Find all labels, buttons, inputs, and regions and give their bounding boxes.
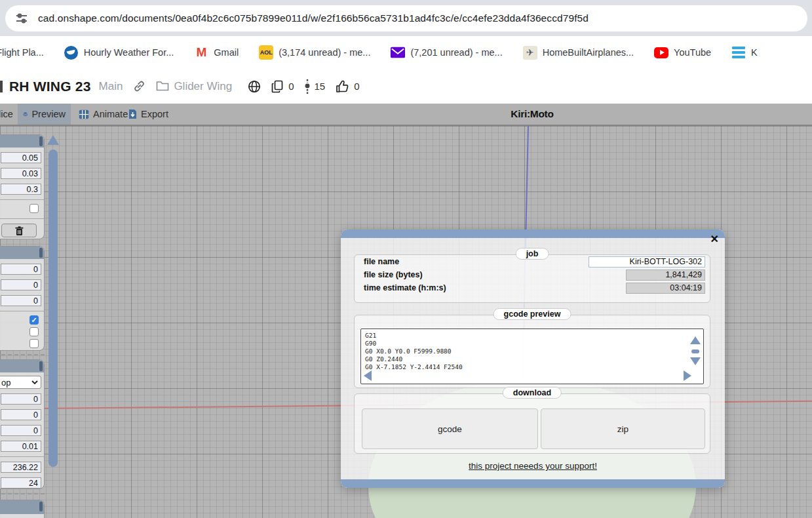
panel-1-header[interactable] bbox=[0, 135, 44, 148]
bookmark-homebuiltairplanes[interactable]: ✈ HomeBuiltAirplanes... bbox=[523, 45, 634, 60]
scroll-up-icon[interactable] bbox=[690, 336, 701, 344]
kiri-bars-icon bbox=[731, 45, 746, 60]
job-legend: job bbox=[516, 248, 549, 260]
screen: cad.onshape.com/documents/0ea0f4b2c6c075… bbox=[0, 0, 812, 518]
param-field[interactable] bbox=[1, 462, 41, 473]
settings-panel-3: op bbox=[0, 359, 45, 489]
param-field[interactable] bbox=[1, 441, 41, 452]
panel-3-header[interactable] bbox=[0, 360, 44, 372]
checkbox-unchecked[interactable] bbox=[29, 339, 39, 348]
purple-mail-icon bbox=[391, 45, 405, 60]
airplane-icon: ✈ bbox=[523, 45, 537, 60]
layer-slider-up-arrow[interactable] bbox=[47, 135, 59, 145]
scroll-thumb[interactable] bbox=[691, 349, 699, 353]
param-field[interactable] bbox=[1, 152, 41, 163]
param-field[interactable] bbox=[1, 264, 41, 275]
bookmark-youtube[interactable]: YouTube bbox=[654, 45, 711, 60]
project-name[interactable]: Glider Wing bbox=[174, 80, 232, 93]
divider bbox=[0, 218, 44, 219]
close-icon[interactable]: ✕ bbox=[710, 234, 719, 245]
history-count: 15 bbox=[315, 81, 326, 92]
youtube-icon bbox=[654, 45, 668, 60]
trash-icon bbox=[15, 226, 24, 236]
panel-2-header[interactable] bbox=[0, 247, 44, 259]
download-gcode-button[interactable]: gcode bbox=[362, 408, 538, 449]
settings-panel-1 bbox=[0, 134, 45, 239]
param-field[interactable] bbox=[1, 279, 41, 290]
divider bbox=[0, 199, 44, 200]
download-legend: download bbox=[503, 387, 562, 399]
param-field[interactable] bbox=[1, 168, 41, 179]
download-zip-button[interactable]: zip bbox=[541, 408, 705, 449]
checkbox-checked[interactable]: ✓ bbox=[29, 315, 39, 325]
bookmark-hourly-weather[interactable]: Hourly Weather For... bbox=[64, 45, 174, 60]
bookmark-yahoo-mail[interactable]: (7,201 unread) - me... bbox=[391, 45, 502, 60]
mode-tab-bar: lice Preview Animate Export Kiri:Moto bbox=[0, 104, 812, 126]
copies-icon[interactable] bbox=[271, 80, 284, 93]
tab-export[interactable]: Export bbox=[123, 104, 174, 125]
dropdown-select[interactable]: op bbox=[0, 376, 41, 389]
export-dialog: ✕ job file name file size (bytes) 1,841,… bbox=[341, 229, 725, 488]
settings-panel-4 bbox=[0, 500, 45, 518]
job-row-filesize: file size (bytes) 1,841,429 bbox=[355, 268, 710, 281]
share-link-icon[interactable] bbox=[133, 80, 145, 92]
divider bbox=[0, 311, 44, 311]
bookmark-kirimoto[interactable]: K bbox=[731, 45, 758, 60]
checkbox-unchecked[interactable] bbox=[29, 327, 39, 336]
address-bar[interactable]: cad.onshape.com/documents/0ea0f4b2c6c075… bbox=[5, 5, 807, 31]
globe-icon[interactable] bbox=[248, 80, 261, 93]
dialog-top-bar bbox=[341, 229, 725, 238]
document-title: RH WING 23 bbox=[9, 79, 91, 94]
settings-panel-2: ✓ bbox=[0, 246, 45, 351]
aol-icon: AOL bbox=[259, 45, 273, 60]
folder-icon[interactable] bbox=[156, 81, 169, 92]
gcode-legend: gcode preview bbox=[493, 308, 571, 320]
layer-slider-bar[interactable] bbox=[48, 149, 58, 467]
job-row-time: time estimate (h:m:s) 03:04:19 bbox=[355, 281, 710, 294]
site-permissions-icon[interactable] bbox=[14, 11, 29, 26]
time-estimate-value: 03:04:19 bbox=[626, 283, 705, 294]
gmail-icon: M bbox=[194, 45, 208, 60]
file-size-value: 1,841,429 bbox=[626, 269, 705, 281]
param-field[interactable] bbox=[1, 409, 41, 420]
panel-resize-ticks[interactable] bbox=[1, 493, 45, 494]
job-section: job file name file size (bytes) 1,841,42… bbox=[354, 254, 710, 303]
thumbs-up-icon[interactable] bbox=[336, 80, 349, 93]
gcode-preview-text[interactable]: G21 G90 G0 X0.0 Y0.0 F5999.9880 G0 Z0.24… bbox=[360, 329, 704, 384]
file-name-input[interactable] bbox=[589, 256, 705, 268]
param-field[interactable] bbox=[1, 477, 41, 488]
bookmarks-bar: ctor: Flight Pla... Hourly Weather For..… bbox=[0, 36, 812, 69]
tab-slice[interactable]: lice bbox=[0, 104, 18, 125]
param-field[interactable] bbox=[1, 295, 41, 306]
chevron-down-icon bbox=[31, 380, 38, 384]
dialog-bottom-bar bbox=[341, 479, 725, 488]
panel-resize-ticks[interactable] bbox=[1, 354, 45, 355]
tab-preview[interactable]: Preview bbox=[18, 104, 71, 125]
divider bbox=[0, 456, 44, 457]
browser-top-bar: cad.onshape.com/documents/0ea0f4b2c6c075… bbox=[0, 0, 812, 36]
trash-button[interactable] bbox=[1, 224, 37, 237]
history-icon[interactable] bbox=[305, 79, 310, 94]
bookmark-gmail[interactable]: M Gmail bbox=[194, 45, 239, 60]
likes-count: 0 bbox=[354, 81, 359, 92]
film-icon bbox=[79, 110, 89, 119]
document-header: RH WING 23 Main Glider Wing 0 15 0 bbox=[0, 69, 812, 104]
layers-icon bbox=[23, 109, 28, 119]
bookmark-flight-planner[interactable]: ctor: Flight Pla... bbox=[0, 47, 44, 58]
param-field[interactable] bbox=[1, 393, 41, 405]
checkbox-unchecked[interactable] bbox=[29, 204, 39, 213]
scroll-down-icon[interactable] bbox=[690, 357, 701, 365]
scroll-left-icon[interactable] bbox=[364, 370, 372, 381]
cropped-logo-fragment bbox=[0, 81, 3, 92]
param-field[interactable] bbox=[1, 425, 41, 436]
download-section: download gcode zip bbox=[354, 393, 710, 454]
url-text[interactable]: cad.onshape.com/documents/0ea0f4b2c6c075… bbox=[38, 12, 589, 24]
support-link[interactable]: this project neeeds your support! bbox=[341, 461, 725, 471]
kirimoto-brand: Kiri:Moto bbox=[499, 108, 565, 120]
panel-4-header[interactable] bbox=[0, 500, 44, 514]
export-file-icon bbox=[128, 109, 137, 119]
param-field[interactable] bbox=[1, 184, 41, 195]
noaa-icon bbox=[64, 45, 79, 60]
scroll-right-icon[interactable] bbox=[684, 370, 691, 381]
bookmark-aol-mail[interactable]: AOL (3,174 unread) - me... bbox=[259, 45, 370, 60]
